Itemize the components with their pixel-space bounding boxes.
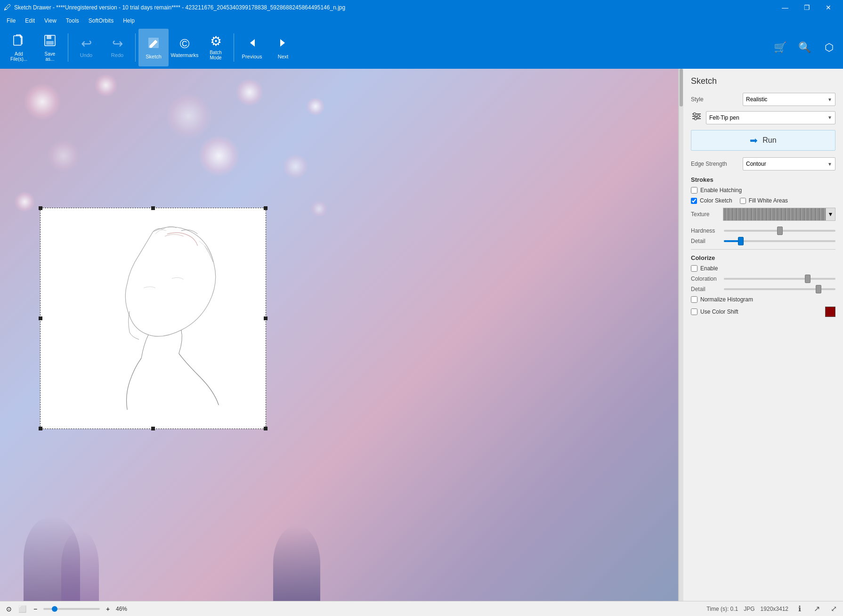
- panel-scrollbar[interactable]: [679, 69, 683, 601]
- previous-label: Previous: [242, 54, 262, 59]
- menu-help[interactable]: Help: [118, 16, 139, 25]
- menu-edit[interactable]: Edit: [20, 16, 40, 25]
- use-color-shift-label[interactable]: Use Color Shift: [700, 308, 738, 315]
- handle-bm[interactable]: [151, 427, 155, 430]
- divider-1: [691, 249, 835, 250]
- add-files-icon: [12, 34, 25, 49]
- cube-button[interactable]: ⬡: [819, 29, 839, 66]
- redo-button[interactable]: ↪ Redo: [102, 29, 132, 66]
- handle-br[interactable]: [264, 427, 267, 430]
- menu-file[interactable]: File: [2, 16, 20, 25]
- close-button[interactable]: ✕: [818, 0, 839, 15]
- enable-colorize-label[interactable]: Enable: [700, 265, 718, 272]
- enable-hatching-label[interactable]: Enable Hatching: [700, 187, 742, 194]
- format-info: JPG: [744, 606, 754, 612]
- style-dropdown[interactable]: Realistic ▼: [743, 93, 835, 106]
- enable-hatching-checkbox[interactable]: [691, 187, 697, 194]
- detail-slider[interactable]: [724, 240, 835, 242]
- menu-softorbits[interactable]: SoftOrbits: [84, 16, 118, 25]
- color-sketch-label[interactable]: Color Sketch: [700, 197, 732, 204]
- handle-tr[interactable]: [264, 206, 267, 210]
- add-files-label: Add File(s)...: [10, 51, 27, 62]
- detail-colorize-slider[interactable]: [724, 288, 835, 290]
- detail-thumb[interactable]: [738, 237, 744, 245]
- bokeh-7: [198, 135, 240, 177]
- detail-colorize-thumb[interactable]: [816, 285, 821, 293]
- hardness-slider[interactable]: [724, 230, 835, 232]
- undo-icon: ↩: [81, 37, 92, 50]
- colorize-label: Colorize: [691, 254, 835, 261]
- coloration-thumb[interactable]: [805, 275, 811, 283]
- fullscreen-button[interactable]: ⤢: [828, 603, 839, 615]
- coloration-label: Coloration: [691, 276, 724, 282]
- zoom-in-button[interactable]: +: [103, 604, 113, 614]
- handle-mr[interactable]: [264, 316, 267, 320]
- color-sketch-checkbox[interactable]: [691, 198, 697, 204]
- search-button[interactable]: 🔍: [794, 29, 815, 66]
- time-info: Time (s): 0.1: [706, 606, 738, 612]
- color-shift-row: Use Color Shift: [691, 307, 835, 317]
- handle-tm[interactable]: [151, 206, 155, 210]
- save-as-button[interactable]: Save as...: [35, 29, 65, 66]
- share-icon: ↗: [814, 604, 820, 613]
- strokes-label: Strokes: [691, 176, 835, 183]
- batch-mode-button[interactable]: ⚙ Batch Mode: [201, 29, 231, 66]
- enable-colorize-row: Enable: [691, 265, 835, 272]
- add-files-button[interactable]: Add File(s)...: [4, 29, 34, 66]
- redo-label: Redo: [111, 52, 123, 58]
- watermarks-button[interactable]: © Watermarks: [170, 29, 200, 66]
- zoom-actual-button[interactable]: ⬜: [17, 604, 27, 614]
- zoom-thumb[interactable]: [52, 606, 57, 612]
- presets-dropdown[interactable]: Felt-Tip pen ▼: [706, 111, 835, 124]
- toolbar-separator-2: [135, 33, 136, 62]
- save-label: Save as...: [45, 51, 56, 62]
- zoom-out-button[interactable]: −: [30, 604, 41, 614]
- watermarks-icon: ©: [180, 37, 190, 50]
- texture-dropdown-btn[interactable]: ▼: [826, 208, 835, 220]
- maximize-button[interactable]: ❐: [796, 0, 818, 15]
- handle-bl[interactable]: [39, 427, 42, 430]
- enable-colorize-checkbox[interactable]: [691, 265, 697, 272]
- fill-white-areas-checkbox[interactable]: [740, 198, 746, 204]
- hardness-thumb[interactable]: [777, 227, 783, 235]
- svg-rect-3: [46, 41, 54, 45]
- next-label: Next: [278, 54, 289, 59]
- menu-tools[interactable]: Tools: [61, 16, 84, 25]
- handle-tl[interactable]: [39, 206, 42, 210]
- title-bar: 🖊 Sketch Drawer - ****Unregistered versi…: [0, 0, 843, 15]
- next-button[interactable]: Next: [268, 29, 298, 66]
- menu-view[interactable]: View: [40, 16, 61, 25]
- coloration-slider[interactable]: [724, 278, 835, 280]
- edge-strength-dropdown[interactable]: Contour ▼: [743, 157, 835, 170]
- info-button[interactable]: ℹ: [794, 603, 805, 615]
- undo-button[interactable]: ↩ Undo: [71, 29, 101, 66]
- normalize-histogram-checkbox[interactable]: [691, 296, 697, 303]
- style-value: Realistic: [746, 96, 767, 103]
- panel-scroll-thumb[interactable]: [680, 69, 683, 106]
- share-button[interactable]: ↗: [811, 603, 822, 615]
- plant-3: [273, 526, 320, 601]
- normalize-histogram-label[interactable]: Normalize Histogram: [700, 296, 753, 303]
- zoom-fit-button[interactable]: ⊙: [4, 604, 14, 614]
- previous-button[interactable]: Previous: [237, 29, 267, 66]
- style-label: Style: [691, 96, 743, 103]
- app-icon: 🖊: [4, 3, 11, 12]
- svg-point-10: [694, 113, 696, 115]
- toolbar-separator-3: [234, 33, 234, 62]
- handle-ml[interactable]: [39, 316, 42, 320]
- redo-icon: ↪: [112, 37, 123, 50]
- main-area: Sketch Style Realistic ▼: [0, 69, 843, 601]
- minimize-button[interactable]: —: [774, 0, 796, 15]
- run-button[interactable]: ➡ Run: [691, 130, 835, 151]
- fill-white-areas-label[interactable]: Fill White Areas: [749, 197, 788, 204]
- texture-preview[interactable]: ▼: [723, 208, 835, 221]
- previous-icon: [245, 36, 259, 52]
- color-shift-swatch[interactable]: [825, 307, 835, 317]
- cart-button[interactable]: 🛒: [770, 29, 790, 66]
- sketch-button[interactable]: Sketch: [138, 29, 169, 66]
- fill-white-col: Fill White Areas: [740, 197, 788, 204]
- use-color-shift-checkbox[interactable]: [691, 308, 697, 315]
- zoom-slider[interactable]: [43, 608, 100, 610]
- canvas-area[interactable]: [0, 69, 678, 601]
- detail-row: Detail: [691, 238, 835, 244]
